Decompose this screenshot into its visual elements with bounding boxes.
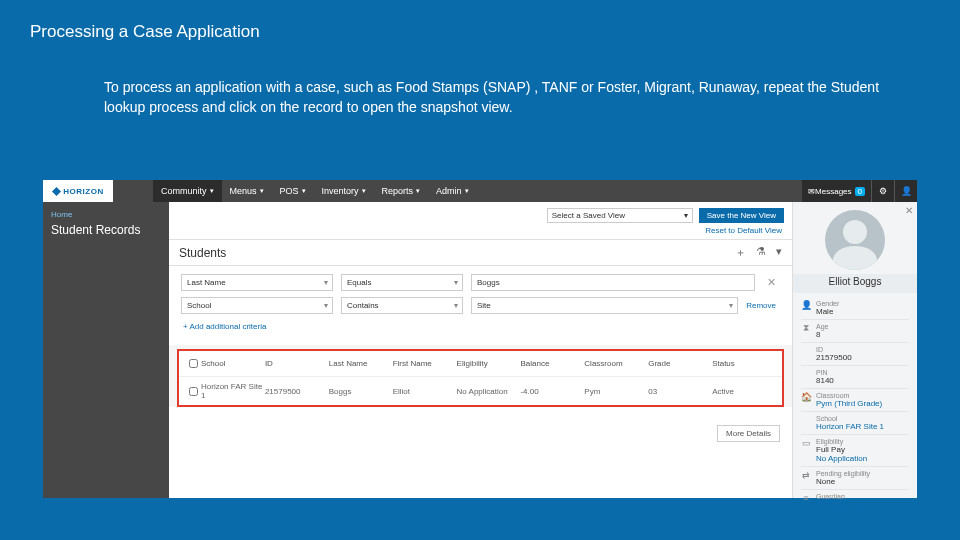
remove-filter-link[interactable]: Remove bbox=[746, 301, 780, 310]
slide-body: To process an application with a case, s… bbox=[0, 42, 960, 117]
filter-field-2[interactable]: School bbox=[181, 297, 333, 314]
row-checkbox[interactable] bbox=[189, 387, 198, 396]
collapse-icon[interactable]: ▾ bbox=[776, 245, 782, 260]
th-grade: Grade bbox=[648, 359, 712, 368]
age-icon: ⧗ bbox=[801, 323, 811, 334]
age-value: 8 bbox=[816, 330, 820, 339]
pin-value: 8140 bbox=[816, 376, 834, 385]
add-icon[interactable]: ＋ bbox=[735, 245, 746, 260]
filter-op-2[interactable]: Contains bbox=[341, 297, 463, 314]
results-table: School ID Last Name First Name Eligibili… bbox=[177, 349, 784, 407]
nav-inventory[interactable]: Inventory▾ bbox=[314, 180, 374, 202]
school-value[interactable]: Horizon FAR Site 1 bbox=[816, 422, 884, 431]
slide-title: Processing a Case Application bbox=[0, 0, 960, 42]
more-details-button[interactable]: More Details bbox=[717, 425, 780, 442]
student-name: Elliot Boggs bbox=[793, 274, 917, 293]
avatar bbox=[825, 210, 885, 270]
th-status: Status bbox=[712, 359, 776, 368]
save-view-button[interactable]: Save the New View bbox=[699, 208, 784, 223]
guardian-value[interactable]: Montana Boggs bbox=[816, 500, 872, 509]
th-classroom: Classroom bbox=[584, 359, 648, 368]
guardian-icon: ≡ bbox=[801, 493, 811, 503]
nav-admin[interactable]: Admin▾ bbox=[428, 180, 477, 202]
panel-heading: Students bbox=[179, 246, 226, 260]
logo: HORIZON bbox=[43, 180, 113, 202]
pending-icon: ⇄ bbox=[801, 470, 811, 480]
filter-field-1[interactable]: Last Name bbox=[181, 274, 333, 291]
eligibility-icon: ▭ bbox=[801, 438, 811, 448]
nav-reports[interactable]: Reports▾ bbox=[374, 180, 429, 202]
table-row[interactable]: Horizon FAR Site 1 21579500 Boggs Elliot… bbox=[179, 377, 782, 405]
filter-remove-1[interactable]: ✕ bbox=[763, 276, 780, 289]
nav-menus[interactable]: Menus▾ bbox=[222, 180, 272, 202]
th-eligibility: Eligibility bbox=[457, 359, 521, 368]
breadcrumb[interactable]: Home bbox=[51, 210, 161, 219]
gender-value: Male bbox=[816, 307, 833, 316]
topbar: HORIZON Community▾ Menus▾ POS▾ Inventory… bbox=[43, 180, 917, 202]
main-panel: Select a Saved View▾ Save the New View R… bbox=[169, 202, 792, 498]
reset-default-link[interactable]: Reset to Default View bbox=[705, 226, 782, 235]
filter-value-1[interactable]: Boggs bbox=[471, 274, 755, 291]
th-balance: Balance bbox=[520, 359, 584, 368]
th-lastname: Last Name bbox=[329, 359, 393, 368]
th-id: ID bbox=[265, 359, 329, 368]
gender-icon: 👤 bbox=[801, 300, 811, 310]
add-criteria-link[interactable]: + Add additional criteria bbox=[181, 320, 780, 337]
classroom-icon: 🏠 bbox=[801, 392, 811, 402]
th-firstname: First Name bbox=[393, 359, 457, 368]
close-icon[interactable]: ✕ bbox=[905, 205, 913, 216]
filter-value-2[interactable]: Site bbox=[471, 297, 738, 314]
topnav: Community▾ Menus▾ POS▾ Inventory▾ Report… bbox=[153, 180, 477, 202]
nav-community[interactable]: Community▾ bbox=[153, 180, 222, 202]
settings-icon[interactable]: ⚙ bbox=[871, 180, 894, 202]
nav-pos[interactable]: POS▾ bbox=[272, 180, 314, 202]
select-all-checkbox[interactable] bbox=[189, 359, 198, 368]
page-title: Student Records bbox=[51, 223, 161, 237]
filter-op-1[interactable]: Equals bbox=[341, 274, 463, 291]
th-school: School bbox=[201, 359, 265, 368]
left-sidebar: Home Student Records bbox=[43, 202, 169, 498]
user-icon[interactable]: 👤 bbox=[894, 180, 917, 202]
messages-button[interactable]: ✉ Messages0 bbox=[802, 180, 871, 202]
table-header: School ID Last Name First Name Eligibili… bbox=[179, 351, 782, 377]
saved-view-select[interactable]: Select a Saved View▾ bbox=[547, 208, 693, 223]
pending-value: None bbox=[816, 477, 835, 486]
eligibility-link[interactable]: No Application bbox=[816, 454, 867, 463]
id-value: 21579500 bbox=[816, 353, 852, 362]
eligibility-value: Full Pay bbox=[816, 445, 845, 454]
snapshot-panel: ✕ Elliot Boggs 👤GenderMale ⧗Age8 ID21579… bbox=[792, 202, 917, 498]
filter-icon[interactable]: ⚗ bbox=[756, 245, 766, 260]
classroom-value[interactable]: Pym (Third Grade) bbox=[816, 399, 882, 408]
app-screenshot: HORIZON Community▾ Menus▾ POS▾ Inventory… bbox=[43, 180, 917, 498]
